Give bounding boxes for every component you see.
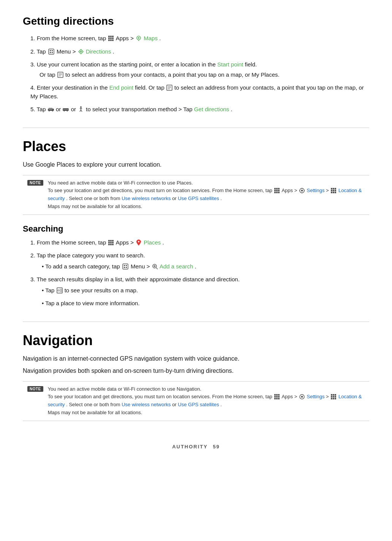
svg-rect-69 [108,242,110,243]
svg-rect-76 [123,264,128,269]
step-2: 2. Tap Menu > Directi [30,47,369,56]
navigation-para1: Navigation is an internet-connected GPS … [23,355,369,362]
places-title: Places [23,139,369,155]
svg-rect-62 [335,190,336,191]
svg-rect-80 [126,267,127,268]
searching-steps: 1. From the Home screen, tap [23,238,369,308]
settings-link-nav[interactable]: Settings [307,394,325,399]
search-step-1-before: From the Home screen, tap [37,239,106,246]
step-5-text-select: to select your transportation method > T… [86,106,192,112]
svg-rect-66 [108,240,110,241]
apps-icon-1 [108,35,114,41]
navigation-note-text: You need an active mobile data or Wi-Fi … [48,385,365,417]
maps-link[interactable]: Maps [144,35,158,41]
searching-section: Searching 1. From the Home screen, tap [23,224,369,308]
apps-icon-note-nav [274,394,280,400]
svg-rect-77 [124,265,125,266]
svg-rect-2 [112,36,114,37]
search-step-2-number: 2. [30,252,36,259]
end-point-link[interactable]: End point [109,84,133,91]
places-subtitle: Use Google Places to explore your curren… [23,161,369,168]
step-2-number: 2. [30,48,36,55]
navigation-para2: Navigation provides both spoken and on-s… [23,368,369,374]
step-3-indent: Or tap to select an address from your co… [30,71,369,79]
maps-icon [136,35,142,41]
svg-line-41 [81,110,82,112]
svg-point-31 [52,110,53,112]
places-note-box: NOTE You need an active mobile data or W… [23,175,369,215]
svg-rect-73 [110,244,112,245]
getting-directions-steps: 1. From the Home screen, tap Apps > [23,34,369,114]
search-step-2-subs: To add a search category, tap Menu [30,262,369,271]
step-5-number: 5. [30,106,36,112]
svg-rect-29 [49,108,52,110]
search-step-3-text: The search results display in a list, wi… [36,276,239,282]
step-3-text2: field. [245,61,257,68]
directions-icon [78,49,84,55]
apps-icon-search-1 [108,240,114,246]
svg-rect-95 [278,396,280,397]
svg-rect-54 [302,192,302,193]
svg-rect-94 [276,396,278,397]
navigation-note-line3: Maps may not be available for all locati… [48,409,365,417]
step-3-indent-after: to select an address from your contacts,… [65,71,280,78]
getting-directions-title: Getting directions [23,15,369,27]
svg-rect-46 [276,190,278,191]
get-directions-link[interactable]: Get directions [194,106,229,112]
svg-rect-53 [302,188,302,189]
svg-point-30 [49,110,50,112]
search-step-2: 2. Tap the place category you want to se… [30,251,369,271]
step-4-text2: field. Or tap [135,84,164,91]
svg-rect-42 [274,188,276,189]
navigation-note-line1: You need an active mobile data or Wi-Fi … [48,385,365,393]
start-point-link[interactable]: Start point [217,61,243,68]
map-results-icon [57,287,63,293]
svg-rect-14 [52,50,53,51]
svg-rect-72 [108,244,110,245]
step-3-number: 3. [30,61,37,68]
places-note-text: You need an active mobile data or Wi-Fi … [48,179,365,211]
svg-rect-13 [50,50,51,51]
search-step-3: 3. The search results display in a list,… [30,275,369,308]
search-step-1: 1. From the Home screen, tap [30,238,369,247]
settings-link-places[interactable]: Settings [307,188,325,193]
step-5: 5. Tap or or [30,105,369,114]
places-section: Places Use Google Places to explore your… [23,139,369,308]
places-note-badge: NOTE [27,180,43,186]
menu-label-1: Menu [57,48,71,55]
gps-link-nav[interactable]: Use GPS satellites [178,402,219,407]
add-search-link[interactable]: Add a search [160,263,193,270]
svg-rect-8 [112,39,114,41]
places-link[interactable]: Places [144,239,161,246]
apps-icon-note-places [274,188,280,194]
step-2-text-before: Tap [36,48,46,55]
step-4-number: 4. [30,84,37,91]
wireless-link-nav[interactable]: Use wireless networks [122,402,171,407]
navigation-note-box: NOTE You need an active mobile data or W… [23,381,369,421]
svg-rect-1 [110,36,112,37]
step-1-text-before: From the Home screen, tap [37,35,106,41]
svg-rect-15 [50,52,51,53]
svg-rect-58 [333,188,334,189]
places-note-line1: You need an active mobile data or Wi-Fi … [48,179,365,187]
svg-rect-90 [274,394,276,396]
navigation-title: Navigation [23,333,369,349]
svg-point-100 [301,396,303,398]
svg-rect-102 [333,394,334,396]
step-4-text: Enter your destination in the [37,84,108,91]
navigation-note-line2: To see your location and get directions,… [48,393,365,409]
wireless-link-places[interactable]: Use wireless networks [122,196,171,201]
menu-icon-search [122,263,129,270]
gps-link-places[interactable]: Use GPS satellites [178,196,219,201]
svg-rect-57 [331,188,332,189]
footer: AUTHORITY 59 [23,444,369,450]
places-note-line3: Maps may not be available for all locati… [48,203,365,211]
svg-point-10 [138,37,139,39]
svg-rect-91 [276,394,278,396]
svg-point-52 [301,189,303,191]
directions-link[interactable]: Directions [86,48,111,55]
svg-rect-109 [335,398,336,399]
svg-rect-70 [110,242,112,243]
location-icon-nav [330,394,337,400]
divider-1 [23,128,369,128]
